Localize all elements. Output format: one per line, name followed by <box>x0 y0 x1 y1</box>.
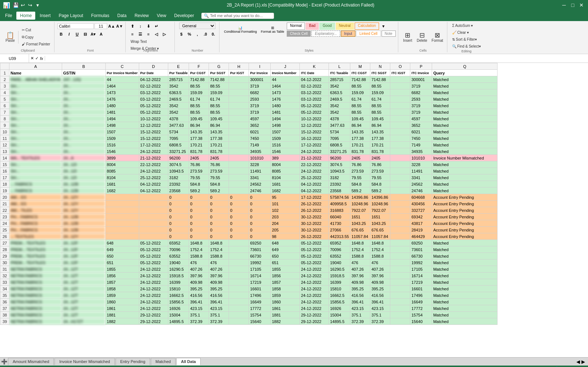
cell-pur-taxable[interactable]: 2469.5 <box>168 96 189 102</box>
cell-pur-taxable[interactable]: 0 <box>168 214 189 220</box>
cell-pur-igst[interactable] <box>229 116 249 122</box>
cell-query[interactable]: Matched <box>432 266 498 273</box>
cell-itc-igst[interactable] <box>390 279 410 286</box>
cell-itc-invoice[interactable]: 3719 <box>410 83 432 89</box>
cell-itc-igst[interactable] <box>390 201 410 207</box>
cell-pur-sgst[interactable]: 1648.8 <box>209 240 229 246</box>
cell-pur-inv[interactable] <box>105 201 139 207</box>
cell-itc-date[interactable]: 05-12-2022 <box>300 240 329 246</box>
row-num-cell[interactable]: 2 <box>0 76 9 83</box>
row-num-cell[interactable]: 19 <box>0 187 9 194</box>
row-num-cell[interactable]: 17 <box>0 174 9 181</box>
customize-qa-button[interactable]: ▾ <box>34 2 41 8</box>
cell-itc-taxable[interactable]: 16399 <box>329 279 350 286</box>
row-num-cell[interactable]: 25 <box>0 227 9 233</box>
cell-itc-cgst[interactable]: 88.55 <box>350 109 370 116</box>
cell-pur-inv[interactable]: 650 <box>105 253 139 259</box>
cell-itc-igst[interactable] <box>390 168 410 174</box>
maximize-button[interactable]: □ <box>569 1 576 9</box>
cell-itc-taxable[interactable]: 19040 <box>329 259 350 266</box>
cell-pur-taxable[interactable]: 3542 <box>168 83 189 89</box>
cell-itc-igst[interactable] <box>390 155 410 161</box>
cell-pur-date[interactable]: 05-12-2022 <box>139 253 168 259</box>
cell-itc-date[interactable]: 26-12-2022 <box>300 201 329 207</box>
cell-itc-sgst[interactable]: 273.59 <box>370 168 390 174</box>
cell-pur-sgst[interactable]: 0 <box>209 227 229 233</box>
cell-itc-cgst[interactable]: 1651 <box>350 214 370 220</box>
cell-itc-invoice[interactable]: 3719 <box>410 109 432 116</box>
cell-itc-igst[interactable] <box>390 259 410 266</box>
cell-itc-taxable[interactable]: 27066 <box>329 227 350 233</box>
cell-itc-cgst[interactable]: 397.96 <box>350 273 370 279</box>
cell-itc-sgst[interactable]: 7922.07 <box>370 207 390 214</box>
col-header-n[interactable]: N <box>370 63 390 70</box>
row-num-cell[interactable]: 13 <box>0 148 9 155</box>
cell-pur-date[interactable]: 15-12-2022 <box>139 129 168 135</box>
cell-query[interactable]: Matched <box>432 312 498 318</box>
row-num-cell[interactable]: 35 <box>0 292 9 299</box>
cell-query[interactable]: Matched <box>432 142 498 148</box>
cell-gstin[interactable]: 24... <box>62 129 105 135</box>
cell-itc-date[interactable]: 21-12-2022 <box>300 155 329 161</box>
cell-itc-date[interactable]: 17-12-2022 <box>300 142 329 148</box>
cell-pur-date[interactable] <box>139 220 168 227</box>
cell-pur-invoice[interactable]: 0 <box>249 207 271 214</box>
fill-color-button[interactable]: A▾ <box>89 31 97 38</box>
cell-itc-invoice[interactable]: 604668 <box>410 194 432 201</box>
cell-pur-invoice[interactable]: 17105 <box>249 266 271 273</box>
cell-itc-sgst[interactable]: 14396.86 <box>370 194 390 201</box>
cell-itc-cgst[interactable]: 7922.07 <box>350 207 370 214</box>
cell-itc-invoice[interactable]: 101010 <box>410 155 432 161</box>
cell-pur-igst[interactable] <box>229 181 249 187</box>
search-bar[interactable]: 🔍 Tell me what you want to do... <box>201 13 274 19</box>
cell-pur-invoice[interactable]: 11491 <box>249 168 271 174</box>
cell-pur-cgst[interactable]: 397.96 <box>189 273 209 279</box>
cell-itc-invoice[interactable]: 6021 <box>410 129 432 135</box>
cell-itc-sgst[interactable]: 76.86 <box>370 161 390 168</box>
decimal-dec-button[interactable]: 0. <box>210 31 217 38</box>
cell-pur-invoice[interactable]: 17496 <box>249 292 271 299</box>
cell-pur-inv[interactable]: 1682 <box>105 187 139 194</box>
cell-name[interactable]: NETRA FABRICS <box>9 266 62 273</box>
cell-itc-date[interactable]: 30-12-2022 <box>300 227 329 233</box>
cell-itc-taxable[interactable]: 15918.5 <box>329 273 350 279</box>
cell-pur-igst[interactable] <box>229 266 249 273</box>
cell-pur-sgst[interactable]: 76.86 <box>209 161 229 168</box>
style-normal[interactable]: Normal <box>287 23 305 30</box>
font-color-button[interactable]: A <box>97 31 105 38</box>
cell-itc-invoice[interactable]: 69250 <box>410 240 432 246</box>
cell-pur-inv[interactable]: 649 <box>105 246 139 253</box>
cell-itc-igst[interactable] <box>390 305 410 312</box>
cell-inv-num[interactable]: 1498 <box>271 122 300 129</box>
cell-itc-sgst[interactable]: 10248.96 <box>370 201 390 207</box>
cell-itc-igst[interactable] <box>390 187 410 194</box>
format-as-table-button[interactable]: ⊞ Format as Table <box>259 25 286 34</box>
cell-pur-taxable[interactable]: 0 <box>168 201 189 207</box>
cell-inv-num[interactable]: 650 <box>271 253 300 259</box>
cell-inv-num[interactable]: 1464 <box>271 83 300 89</box>
col-header-e[interactable]: E <box>168 63 189 70</box>
col-header-f[interactable]: F <box>189 63 209 70</box>
cell-pur-inv[interactable] <box>105 194 139 201</box>
cell-pur-invoice[interactable]: 101010 <box>249 155 271 161</box>
cell-itc-taxable[interactable]: 316883 <box>329 207 350 214</box>
cell-pur-inv[interactable]: 1516 <box>105 142 139 148</box>
cell-itc-sgst[interactable]: 7142.88 <box>370 76 390 83</box>
cell-itc-taxable[interactable]: 7095 <box>329 135 350 142</box>
cell-itc-taxable[interactable]: 3074.5 <box>329 161 350 168</box>
cell-itc-invoice[interactable]: 11491 <box>410 168 432 174</box>
cell-itc-sgst[interactable]: 177.38 <box>370 135 390 142</box>
cell-pur-invoice[interactable]: 0 <box>249 233 271 240</box>
cell-pur-taxable[interactable]: 3182 <box>168 174 189 181</box>
cell-pur-sgst[interactable]: 170.21 <box>209 142 229 148</box>
cell-pur-invoice[interactable]: 66730 <box>249 253 271 259</box>
cell-gstin[interactable]: 24... <box>62 83 105 89</box>
cell-itc-taxable[interactable]: 63552 <box>329 253 350 259</box>
cell-itc-igst[interactable] <box>390 194 410 201</box>
cell-itc-date[interactable]: 29-12-2022 <box>300 318 329 325</box>
row-num-cell[interactable]: 29 <box>0 253 9 259</box>
cell-pur-invoice[interactable]: 15754 <box>249 312 271 318</box>
cell-itc-igst[interactable] <box>390 135 410 142</box>
cell-pur-date[interactable]: 05-12-2022 <box>139 102 168 109</box>
cell-pur-cgst[interactable]: 0 <box>189 220 209 227</box>
